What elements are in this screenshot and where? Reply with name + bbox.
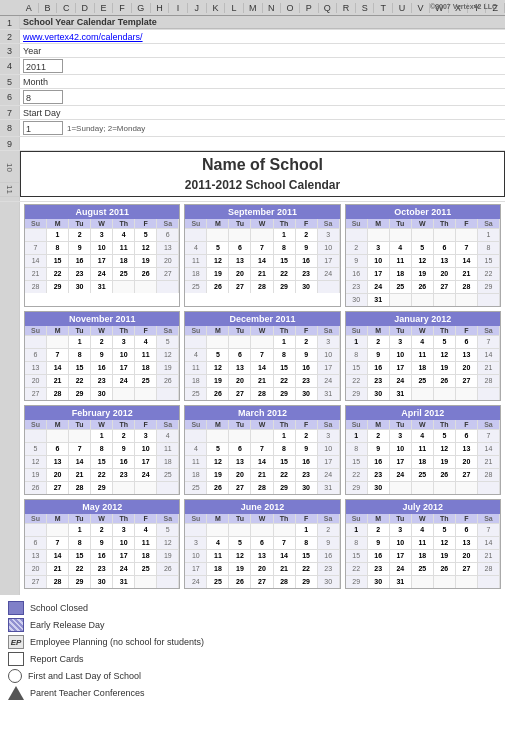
oct-title: October 2011 bbox=[346, 205, 500, 219]
month-july-2012: July 2012 Su M Tu W Th F Sa 1 2 3 4 5 6 bbox=[345, 499, 501, 589]
row-num-8: 8 bbox=[0, 120, 20, 136]
start-day-label: Start Day bbox=[23, 108, 61, 118]
row-6: 6 8 bbox=[0, 89, 505, 106]
aug-d13: 13 bbox=[157, 242, 179, 254]
month-june-2012: June 2012 Su M Tu W Th F Sa 1 bbox=[184, 499, 340, 589]
aug-week-2: 7 8 9 10 11 12 13 bbox=[25, 241, 179, 254]
parent-teacher-label: Parent Teacher Conferences bbox=[30, 688, 144, 698]
month-label: Month bbox=[23, 77, 48, 87]
mar-title: March 2012 bbox=[185, 406, 339, 420]
oct-week-5: 23 24 25 26 27 28 29 bbox=[346, 280, 500, 293]
sep-week-2: 4 5 6 7 8 9 10 bbox=[185, 241, 339, 254]
row-num-4: 4 bbox=[0, 58, 20, 74]
row-5: 5 Month bbox=[0, 75, 505, 89]
aug-d4: 4 bbox=[113, 229, 135, 241]
aug-d0 bbox=[25, 229, 47, 241]
month-october-2011: October 2011 Su M Tu W Th F Sa bbox=[345, 204, 501, 307]
early-release-icon bbox=[8, 618, 24, 632]
year-value[interactable]: 2011 bbox=[23, 59, 63, 73]
aug-d5: 5 bbox=[135, 229, 157, 241]
aug-e1 bbox=[113, 281, 135, 293]
year-label: Year bbox=[23, 46, 41, 56]
aug-tue-hdr: Tu bbox=[69, 219, 91, 228]
aug-d6: 6 bbox=[157, 229, 179, 241]
col-i: I bbox=[169, 3, 188, 13]
col-m: M bbox=[244, 3, 263, 13]
month-december-2011: December 2011 Su M Tu W Th F Sa 1 2 bbox=[184, 311, 340, 401]
row-4: 4 2011 bbox=[0, 58, 505, 75]
aug-d25: 25 bbox=[113, 268, 135, 280]
col-g: G bbox=[132, 3, 151, 13]
col-c: C bbox=[57, 3, 76, 13]
sep-thu-hdr: Th bbox=[274, 219, 296, 228]
aug-d12: 12 bbox=[135, 242, 157, 254]
legend-ep: EP Employee Planning (no school for stud… bbox=[8, 635, 497, 649]
aug-d20: 20 bbox=[157, 255, 179, 267]
oct-week-3: 9 10 11 12 13 14 15 bbox=[346, 254, 500, 267]
aug-d3: 3 bbox=[91, 229, 113, 241]
cal-grid-area: August 2011 Su M Tu W Th F Sa 1 2 3 4 5 bbox=[20, 202, 505, 595]
month-row-4: May 2012 Su M Tu W Th F Sa 1 2 3 4 bbox=[24, 499, 501, 589]
legend-report-cards: Report Cards bbox=[8, 652, 497, 666]
first-last-label: First and Last Day of School bbox=[28, 671, 141, 681]
row-1: 1 School Year Calendar Template ©2007 Ve… bbox=[0, 16, 505, 30]
aug-d9: 9 bbox=[69, 242, 91, 254]
aug-d17: 17 bbox=[91, 255, 113, 267]
aug-fri-hdr: F bbox=[135, 219, 157, 228]
month-row-2: November 2011 Su M Tu W Th F Sa 1 2 3 4 bbox=[24, 311, 501, 401]
row-6-content: 8 bbox=[20, 89, 505, 105]
month-row-1: August 2011 Su M Tu W Th F Sa 1 2 3 4 5 bbox=[24, 204, 501, 307]
sep-week-5: 25 26 27 28 29 30 bbox=[185, 280, 339, 293]
sep-mon-hdr: M bbox=[207, 219, 229, 228]
col-v: V bbox=[412, 3, 431, 13]
col-r: R bbox=[337, 3, 356, 13]
col-q: Q bbox=[319, 3, 338, 13]
month-april-2012: April 2012 Su M Tu W Th F Sa 1 2 3 4 5 6 bbox=[345, 405, 501, 495]
copyright: ©2007 Vertex42 LLC bbox=[430, 3, 497, 10]
aug-d7: 7 bbox=[25, 242, 47, 254]
row-3-content: Year bbox=[20, 44, 505, 57]
col-k: K bbox=[207, 3, 226, 13]
month-value[interactable]: 8 bbox=[23, 90, 63, 104]
row-9: 9 bbox=[0, 137, 505, 151]
first-last-icon bbox=[8, 669, 22, 683]
aug-d11: 11 bbox=[113, 242, 135, 254]
row-7: 7 Start Day bbox=[0, 106, 505, 120]
aug-d16: 16 bbox=[69, 255, 91, 267]
row-2-content: www.vertex42.com/calendars/ bbox=[20, 30, 505, 43]
aug-d8: 8 bbox=[47, 242, 69, 254]
aug-day-headers: Su M Tu W Th F Sa bbox=[25, 219, 179, 228]
oct-day-headers: Su M Tu W Th F Sa bbox=[346, 219, 500, 228]
sep-day-headers: Su M Tu W Th F Sa bbox=[185, 219, 339, 228]
start-day-value[interactable]: 1 bbox=[23, 121, 63, 135]
sep-week-3: 11 12 13 14 15 16 17 bbox=[185, 254, 339, 267]
calendar-section-wrapper: 10 11 Name of School 2011-2012 School Ca… bbox=[0, 151, 505, 202]
website-link[interactable]: www.vertex42.com/calendars/ bbox=[23, 32, 143, 42]
col-p: P bbox=[300, 3, 319, 13]
month-may-2012: May 2012 Su M Tu W Th F Sa 1 2 3 4 bbox=[24, 499, 180, 589]
row-num-3: 3 bbox=[0, 44, 20, 57]
closed-icon bbox=[8, 601, 24, 615]
legend-closed: School Closed bbox=[8, 601, 497, 615]
row-3: 3 Year bbox=[0, 44, 505, 58]
col-e: E bbox=[95, 3, 114, 13]
aug-thu-hdr: Th bbox=[113, 219, 135, 228]
legend-early-release: Early Release Day bbox=[8, 618, 497, 632]
month-row-3: February 2012 Su M Tu W Th F Sa 1 2 3 bbox=[24, 405, 501, 495]
aug-d29: 29 bbox=[47, 281, 69, 293]
row-5-content: Month bbox=[20, 75, 505, 88]
sep-tue-hdr: Tu bbox=[229, 219, 251, 228]
sep-fri-hdr: F bbox=[296, 219, 318, 228]
jul-title: July 2012 bbox=[346, 500, 500, 514]
school-name[interactable]: Name of School bbox=[20, 151, 505, 176]
col-d: D bbox=[76, 3, 95, 13]
aug-title: August 2011 bbox=[25, 205, 179, 219]
row-8-content: 1 1=Sunday; 2=Monday bbox=[20, 120, 505, 136]
start-day-hint: 1=Sunday; 2=Monday bbox=[67, 124, 145, 133]
month-march-2012: March 2012 Su M Tu W Th F Sa 1 2 bbox=[184, 405, 340, 495]
row-num-5: 5 bbox=[0, 75, 20, 88]
school-year-title: 2011-2012 School Calendar bbox=[20, 176, 505, 197]
jun-title: June 2012 bbox=[185, 500, 339, 514]
month-november-2011: November 2011 Su M Tu W Th F Sa 1 2 3 4 bbox=[24, 311, 180, 401]
row-side-numbers bbox=[0, 202, 20, 595]
